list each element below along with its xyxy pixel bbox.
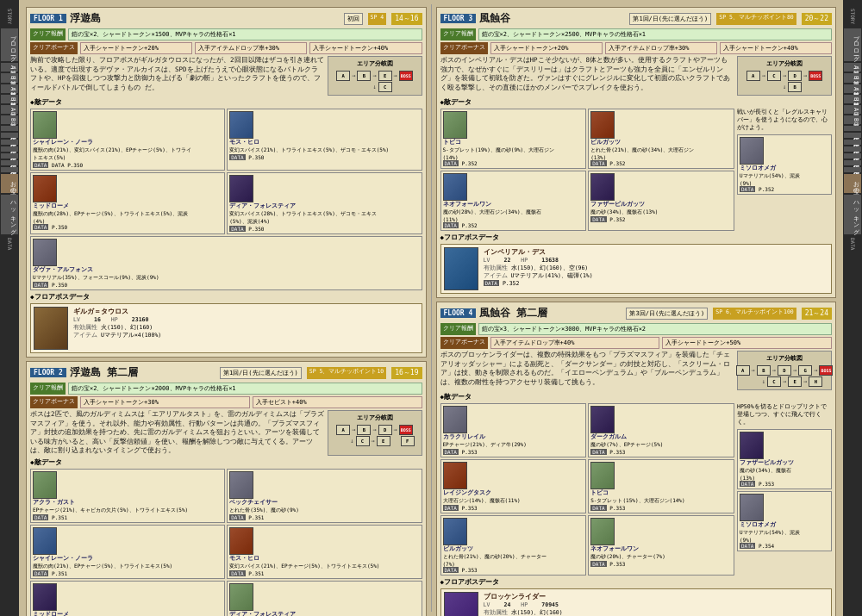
floor1-enemy1-data: DATA P.350: [229, 154, 391, 160]
floor4-enemy7-portrait: [740, 494, 764, 521]
nav-treasure[interactable]: お宝の採収: [1, 174, 18, 193]
floor1-enemy-3: ディア・フォレスティア 変幻スパイス(28%)、トワライトエキス(5%)、ザコモ…: [227, 172, 422, 234]
floor4-area-label: エリア分岐図: [740, 354, 828, 363]
nav-extra5[interactable]: 第五部外伝: [1, 146, 18, 152]
nav-part1b[interactable]: 第一部B: [1, 73, 18, 82]
floor4-enemy2-info: レイジングタスク 大理石ジン(14%)、魔骸石(11%) DATA P.353: [443, 489, 557, 511]
right-nav-extra6[interactable]: 第六部外伝: [844, 153, 861, 159]
floor1-clear-bar: クリア報酬 鎧の宝×2、シャードトークン×1500、MVPキャラの性格石×1: [30, 28, 422, 40]
floor3-enemy-1: ビルガッツ とれた骨(21%)、魔の砂(34%)、大理石ジン(13%) DATA…: [588, 109, 734, 169]
floor1-enemy1-portrait: [229, 111, 253, 139]
floor1-boss-section: ◆フロアボスデータ ギルガ＝タウロス LV 16 HP 23160: [30, 293, 422, 353]
right-nav-extra3[interactable]: 第三部外伝: [844, 133, 861, 138]
floor2-area-label: エリア分岐図: [331, 414, 419, 422]
floor1-area-map: エリア分岐図 A → B → E → BOSS: [328, 56, 422, 96]
arr1: →: [352, 72, 355, 79]
right-page: FLOOR 3 風蝕谷 第1回/日(先に選んだほう) SP 5、マルチッポイント…: [432, 4, 840, 612]
floor2-enemy2-data: DATA P.351: [33, 570, 195, 576]
nav-extra2[interactable]: 第二部外伝: [1, 126, 18, 131]
floor1-header: FLOOR 1 浮遊島 初回 SP 4 14～16: [30, 11, 422, 26]
floor1-enemy1-info: モス・ヒロ 変幻スパイス(21%)、トワライトエキス(5%)、ザコモ・エキス(5…: [229, 139, 391, 160]
right-nav-hacking[interactable]: ハッキング: [844, 195, 861, 234]
floor4-header: FLOOR 4 風蝕谷 第二層 第3回/日(先に選んだほう) SP 6、マルチッ…: [440, 306, 833, 320]
nav-extra6[interactable]: 第六部外伝: [1, 153, 18, 159]
nav-extra3[interactable]: 第三部外伝: [1, 133, 18, 138]
floor1-sp: SP 4: [368, 13, 387, 25]
floor3-enemy0-data: DATA P.352: [443, 160, 557, 166]
right-nav-extra1b[interactable]: 第一部外伝B: [844, 95, 861, 103]
floor4-enemy-2: レイジングタスク 大理石ジン(14%)、魔骸石(11%) DATA P.353: [440, 459, 587, 513]
floor2-enemy-5: ディア・フォレスティア 変幻スパイス(28%)、トワライトエキス(5%)、ザコモ…: [227, 581, 422, 617]
right-nav-prologue[interactable]: プロローグ: [844, 28, 861, 61]
floor4-enemy0-data: DATA P.353: [443, 449, 557, 455]
floor1-enemy-4: ダヴァ・アルフォンス Uマテリアル(35%)、フォースコール(9%)、泥炭(9%…: [30, 236, 422, 290]
floor4-enemy-1: ダークガルム 魔の砂(7%)、EPチャージ(5%) DATA P.353: [588, 403, 734, 457]
arr2: →: [372, 72, 376, 79]
floor3-badge: FLOOR 3: [440, 14, 477, 23]
floor2-header: FLOOR 2 浮遊島 第二層 第1回/日(先に選んだほう) SP 5、マルチッ…: [30, 365, 422, 380]
floor4-enemy7-stats: Uマテリアル(54%)、泥炭(9%): [740, 529, 802, 543]
right-nav-extra2[interactable]: 第二部外伝: [844, 126, 861, 131]
floor3-boss-lv: 22: [504, 257, 511, 264]
floor4-enemy1-info: ダークガルム 魔の砂(7%)、EPチャージ(5%) DATA P.353: [590, 433, 704, 455]
floor3-enemy4-info: ミソロオメガ Uマテリアル(54%)、泥炭(9%) DATA P.352: [740, 165, 802, 192]
floor3-enemy0-name: トビコ: [443, 139, 557, 146]
f3-node-d: D: [788, 71, 802, 81]
floor3-clear-bar: クリア報酬 鎧の宝×2、シャードトークン×2500、MVPキャラの性格石×1: [440, 28, 833, 40]
floor3-boss-header: ◆フロアボスデータ: [440, 233, 833, 242]
floor4-enemy7-name: ミソロオメガ: [740, 521, 802, 529]
nav-extra1a[interactable]: 第一部外伝A: [1, 84, 18, 93]
floor4-bonus-label: クリアボーナス: [440, 337, 488, 349]
floor4-clear-label: クリア報酬: [440, 323, 476, 335]
right-nav-extra1a[interactable]: 第一部外伝A: [844, 84, 861, 93]
floor2-enemy4-name: ミッドローメ: [33, 611, 195, 617]
floor2-meta: 第1回/日(先に選んだほう) SP 5、マルチッポイント10 16～19: [220, 367, 422, 379]
floor4-enemy0-stats: EPチャージ(21%)、ディア牛(29%): [443, 441, 557, 449]
floor1-enemy0-data: DATA DATA P.350: [33, 162, 195, 168]
floor2-bonus-text1: 入手シャードトークン+30%: [80, 396, 250, 408]
floor4-enemy-4: ビルガッツ とれた骨(21%)、魔の砂(20%)、チャーター(7%) DATA …: [440, 515, 587, 576]
right-nav-extra5[interactable]: 第五部外伝: [844, 146, 861, 152]
right-nav-extra7[interactable]: 第七部外伝: [844, 160, 861, 165]
right-nav-treasure[interactable]: お宝の採収: [844, 174, 861, 193]
floor1-body: 胸前で攻略した限り、フロアボスがギルガタウロスになったが、2回目以降はザコを引き…: [30, 56, 422, 96]
floor4-enemy2-portrait: [443, 462, 467, 489]
right-nav-extra4[interactable]: 第四部外伝: [844, 140, 861, 145]
floor3-enemy1-stats: とれた骨(21%)、魔の砂(34%)、大理石ジン(13%): [590, 146, 704, 160]
nav-part2b[interactable]: 第二部B: [1, 115, 18, 124]
floor3-bonus-label: クリアボーナス: [440, 42, 488, 54]
floor1-boss-item-label: アイテム: [73, 332, 97, 339]
floor2-section: FLOOR 2 浮遊島 第二層 第1回/日(先に選んだほう) SP 5、マルチッ…: [26, 361, 427, 616]
floor2-enemy3-name: モス・ヒロ: [229, 555, 391, 563]
right-nav-final[interactable]: 最終部外伝: [844, 167, 861, 172]
right-nav-part2a[interactable]: 第二部A: [844, 105, 861, 114]
floor4-enemy6-stats: 魔の砂(34%)、魔骸石(13%): [740, 467, 802, 481]
floor2-enemy-2: シャイレーン・ノーラ 魔獣の肉(21%)、EPチャージ(5%)、トワライトエキス…: [30, 525, 225, 579]
right-nav-part1a[interactable]: 第一部A: [844, 63, 861, 72]
floor1-prereq: 初回: [344, 13, 363, 25]
floor3-sp: SP 5、マルチッポイント80: [716, 13, 796, 25]
floor4-enemy3-portrait: [590, 462, 615, 489]
floor3-area-label: エリア分岐図: [740, 59, 828, 68]
floor3-meta: 第1回/日(先に選んだほう) SP 5、マルチッポイント80 20～22: [629, 13, 832, 25]
nav-extra4[interactable]: 第四部外伝: [1, 140, 18, 145]
floor4-prereq: 第3回/日(先に選んだほう): [626, 308, 708, 320]
floor1-boss-name: ギルガ＝タウロス: [73, 307, 419, 316]
right-nav-part1b[interactable]: 第一部B: [844, 73, 861, 82]
floor4-bonus-text1: 入手アイテムドロップ率+40%: [490, 337, 660, 349]
floor3-enemy2-data: DATA P.352: [443, 222, 557, 228]
floor2-map-row1: A → B → D → BOSS: [336, 425, 413, 435]
nav-extra1b[interactable]: 第一部外伝B: [1, 95, 18, 103]
floor4-enemy-0: カラクリレイル EPチャージ(21%)、ディア牛(29%) DATA P.353: [440, 403, 587, 457]
nav-part1a[interactable]: 第一部A: [1, 63, 18, 72]
right-nav-part2b[interactable]: 第二部B: [844, 115, 861, 124]
floor4-enemy3-data: DATA P.353: [590, 505, 704, 511]
nav-part2a[interactable]: 第二部A: [1, 105, 18, 114]
nav-hacking[interactable]: ハッキング: [1, 195, 18, 234]
floor1-enemy4-portrait: [33, 239, 57, 266]
floor4-enemy6-data: DATA P.353: [740, 481, 802, 487]
nav-prologue[interactable]: プロローグ: [1, 28, 18, 61]
nav-extra7[interactable]: 第七部外伝: [1, 160, 18, 165]
nav-final[interactable]: 最終部外伝: [1, 167, 18, 172]
floor3-enemy4-data: DATA P.352: [740, 186, 802, 192]
